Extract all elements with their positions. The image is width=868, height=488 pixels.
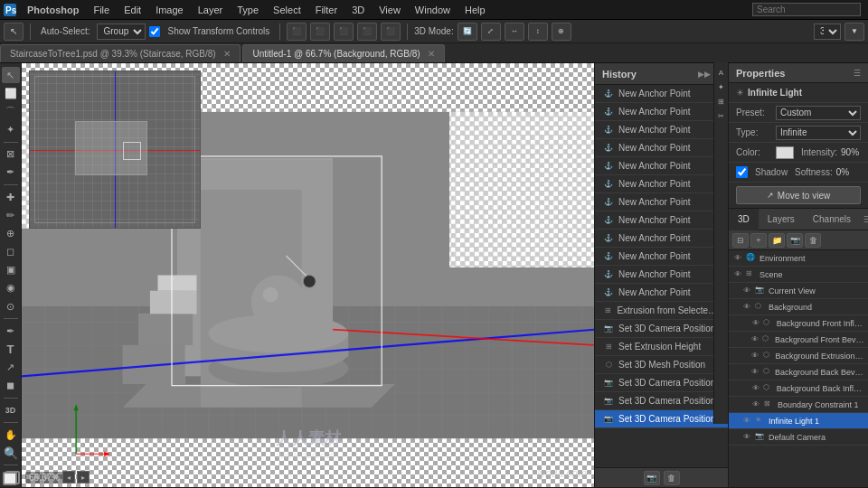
history-item-16[interactable]: 📷Set 3D Camera Position xyxy=(595,374,728,392)
history-item-2[interactable]: ⚓New Anchor Point xyxy=(595,121,728,139)
3d-mode-btn-3[interactable]: ↔ xyxy=(505,23,524,41)
layer-add-btn[interactable]: + xyxy=(750,233,767,248)
history-item-7[interactable]: ⚓New Anchor Point xyxy=(595,211,728,230)
auto-select-select[interactable]: Group Layer xyxy=(97,23,146,40)
menu-help[interactable]: Help xyxy=(458,0,493,20)
color-swatch[interactable] xyxy=(776,146,794,159)
tool-3d[interactable]: 3D xyxy=(2,402,20,418)
menu-image[interactable]: Image xyxy=(148,0,191,20)
3d-mode-btn-1[interactable]: 🔄 xyxy=(458,23,477,41)
tool-marquee[interactable]: ⬜ xyxy=(2,85,20,101)
layer-item-6[interactable]: 👁⬡Background Extrusion Ma... xyxy=(729,348,868,364)
history-item-10[interactable]: ⚓New Anchor Point xyxy=(595,266,728,284)
tool-magic-wand[interactable]: ✦ xyxy=(2,122,20,138)
history-item-0[interactable]: ⚓New Anchor Point xyxy=(595,85,728,103)
layer-eye-10[interactable]: 👁 xyxy=(741,416,752,427)
tool-lasso[interactable]: ⌒ xyxy=(2,103,20,119)
history-item-9[interactable]: ⚓New Anchor Point xyxy=(595,248,728,266)
layer-eye-3[interactable]: 👁 xyxy=(741,302,752,313)
tool-shape[interactable]: ◼ xyxy=(2,378,20,394)
layer-item-11[interactable]: 👁📷Default Camera xyxy=(729,429,868,446)
type-select[interactable]: Infinite Spot Point xyxy=(776,126,861,140)
tool-eraser[interactable]: ◻ xyxy=(2,244,20,260)
canvas-area[interactable]: 66.67% ◂ ▸ 人人素材 www.rrsc.com lynda.com xyxy=(22,63,594,487)
view-select[interactable]: 3D xyxy=(814,23,841,40)
menu-edit[interactable]: Edit xyxy=(117,0,148,20)
layer-eye-1[interactable]: 👁 xyxy=(732,269,743,280)
tool-move[interactable]: ↖ xyxy=(2,67,20,83)
move-to-view-btn[interactable]: ↗ Move to view xyxy=(736,186,861,204)
tool-zoom[interactable]: 🔍 xyxy=(2,445,20,461)
tool-hand[interactable]: ✋ xyxy=(2,427,20,443)
history-item-17[interactable]: 📷Set 3D Camera Position xyxy=(595,392,728,410)
history-item-3[interactable]: ⚓New Anchor Point xyxy=(595,139,728,157)
right-icon-1[interactable]: A xyxy=(715,66,728,79)
layer-item-0[interactable]: 👁🌐Environment xyxy=(729,250,868,267)
tab-layers[interactable]: Layers xyxy=(759,209,804,230)
history-collapse-btn[interactable]: ▶▶ xyxy=(698,70,711,79)
preset-select[interactable]: Custom xyxy=(776,106,861,120)
layer-item-3[interactable]: 👁⬡Background xyxy=(729,299,868,315)
menu-layer[interactable]: Layer xyxy=(191,0,231,20)
history-item-15[interactable]: ⬡Set 3D Mesh Position xyxy=(595,356,728,374)
tool-blur[interactable]: ◉ xyxy=(2,280,20,296)
menu-file[interactable]: File xyxy=(86,0,117,20)
layer-item-2[interactable]: 👁📷Current View xyxy=(729,283,868,299)
tool-eyedropper[interactable]: ✒ xyxy=(2,164,20,181)
tab-channels[interactable]: Channels xyxy=(804,209,860,230)
align-btn-3[interactable]: ⬛ xyxy=(334,23,354,41)
menu-window[interactable]: Window xyxy=(408,0,458,20)
layer-eye-7[interactable]: 👁 xyxy=(750,367,760,378)
history-new-btn[interactable]: 📷 xyxy=(644,471,660,485)
right-icon-2[interactable]: ✦ xyxy=(715,80,728,93)
tab-untitled[interactable]: Untitled-1 @ 66.7% (Background, RGB/8) ✕ xyxy=(242,44,445,62)
layer-item-8[interactable]: 👁⬡Background Back Inflati... xyxy=(729,380,868,397)
tool-dodge[interactable]: ⊙ xyxy=(2,298,20,314)
tool-brush[interactable]: ✏ xyxy=(2,207,20,223)
history-item-5[interactable]: ⚓New Anchor Point xyxy=(595,175,728,193)
3d-mode-btn-5[interactable]: ⊕ xyxy=(552,23,571,41)
layer-item-1[interactable]: 👁⊞Scene xyxy=(729,267,868,283)
layer-item-7[interactable]: 👁⬡Background Back Bevel M... xyxy=(729,364,868,380)
menu-filter[interactable]: Filter xyxy=(308,0,344,20)
align-btn-1[interactable]: ⬛ xyxy=(287,23,307,41)
tool-gradient[interactable]: ▣ xyxy=(2,262,20,278)
tool-clone[interactable]: ⊕ xyxy=(2,225,20,241)
tab-close-staircase[interactable]: ✕ xyxy=(223,49,231,59)
layer-filter-btn[interactable]: ⊟ xyxy=(732,233,749,248)
menu-type[interactable]: Type xyxy=(230,0,266,20)
layer-delete-btn[interactable]: 🗑 xyxy=(805,233,821,248)
toolbar-move-btn[interactable]: ↖ xyxy=(4,23,24,41)
3d-mode-btn-2[interactable]: ⤢ xyxy=(481,23,501,41)
menu-3d[interactable]: 3D xyxy=(344,0,372,20)
layer-eye-11[interactable]: 👁 xyxy=(741,432,752,443)
right-icon-4[interactable]: ✂ xyxy=(715,109,728,122)
search-input[interactable] xyxy=(752,3,861,16)
history-item-13[interactable]: 📷Set 3D Camera Position xyxy=(595,320,728,338)
tab-close-untitled[interactable]: ✕ xyxy=(428,49,435,59)
menu-select[interactable]: Select xyxy=(266,0,308,20)
layer-item-9[interactable]: 👁⊠Boundary Constraint 1 xyxy=(729,397,868,413)
tool-pen[interactable]: ✒ xyxy=(2,323,20,339)
history-item-12[interactable]: ⊞Extrusion from Selected Path xyxy=(595,302,728,320)
align-btn-4[interactable]: ⬛ xyxy=(357,23,377,41)
layer-eye-5[interactable]: 👁 xyxy=(750,334,760,345)
tool-healing[interactable]: ✚ xyxy=(2,189,20,205)
layer-eye-2[interactable]: 👁 xyxy=(741,286,752,296)
layer-eye-6[interactable]: 👁 xyxy=(750,351,760,361)
align-btn-5[interactable]: ⬛ xyxy=(381,23,401,41)
history-item-11[interactable]: ⚓New Anchor Point xyxy=(595,284,728,302)
background-color[interactable] xyxy=(3,472,17,485)
layer-folder-btn[interactable]: 📁 xyxy=(769,233,785,248)
show-transform-checkbox[interactable] xyxy=(149,26,160,37)
layer-camera-btn[interactable]: 📷 xyxy=(787,233,803,248)
tool-type[interactable]: T xyxy=(2,341,20,357)
history-item-18[interactable]: 📷Set 3D Camera Position xyxy=(595,410,728,428)
history-item-8[interactable]: ⚓New Anchor Point xyxy=(595,230,728,248)
history-item-4[interactable]: ⚓New Anchor Point xyxy=(595,157,728,175)
menu-view[interactable]: View xyxy=(372,0,408,20)
nav-right[interactable]: ▸ xyxy=(77,471,90,483)
layer-item-5[interactable]: 👁⬡Background Front Bevel M... xyxy=(729,332,868,348)
3d-mode-btn-4[interactable]: ↕ xyxy=(528,23,548,41)
tab-3d[interactable]: 3D xyxy=(729,209,759,230)
